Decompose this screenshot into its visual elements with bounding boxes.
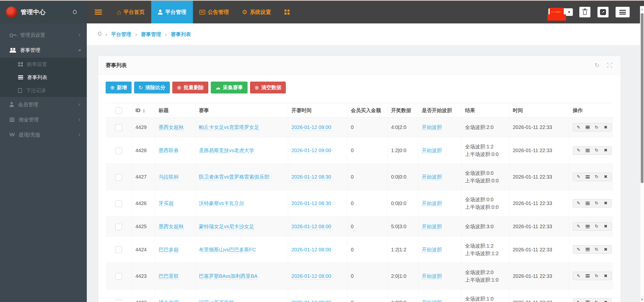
- title-link[interactable]: 球会友谊: [159, 300, 179, 302]
- hamburger-menu-icon[interactable]: [95, 10, 102, 15]
- start-time-link[interactable]: 2026-01-12 09:00: [292, 148, 331, 154]
- row-checkbox[interactable]: [115, 200, 122, 207]
- server-button[interactable]: [616, 7, 630, 17]
- droplet-icon[interactable]: [72, 9, 77, 15]
- row-refresh-icon[interactable]: ↻: [592, 298, 601, 302]
- sort-icon[interactable]: ▲▼: [143, 109, 145, 113]
- sidebar-item-event-manage[interactable]: 赛事管理 ‹: [0, 43, 87, 58]
- start-time-link[interactable]: 2026-01-12 08:00: [292, 224, 331, 230]
- start-time-link[interactable]: 2026-01-12 09:00: [292, 124, 331, 131]
- refresh-icon[interactable]: ↻: [594, 62, 599, 69]
- col-id-label[interactable]: ID: [136, 108, 141, 113]
- detail-list-icon[interactable]: [583, 298, 592, 302]
- sidebar-item-odds-settings[interactable]: 赔率设置: [0, 58, 87, 71]
- title-link[interactable]: 乌拉联杯: [159, 174, 179, 180]
- start-bodan-link[interactable]: 开始波胆: [422, 200, 442, 207]
- detail-list-icon[interactable]: [583, 147, 592, 154]
- title-link[interactable]: 墨西女超秋: [159, 124, 184, 131]
- edit-icon[interactable]: ✎: [574, 147, 583, 154]
- select-all-checkbox[interactable]: [115, 107, 122, 114]
- row-refresh-icon[interactable]: ↻: [592, 246, 601, 253]
- add-button[interactable]: ⊕ 新增: [106, 82, 132, 93]
- row-checkbox[interactable]: [115, 124, 122, 131]
- row-checkbox[interactable]: [115, 273, 122, 280]
- scrollbar-up-arrow[interactable]: ▲: [640, 8, 644, 11]
- edit-icon[interactable]: ✎: [574, 123, 583, 131]
- delete-icon[interactable]: ✖: [601, 298, 610, 302]
- trash-button[interactable]: [579, 7, 590, 17]
- title-link[interactable]: 牙买超: [159, 200, 174, 207]
- row-refresh-icon[interactable]: ↻: [592, 199, 601, 207]
- breadcrumb-link-event-manage[interactable]: 赛事管理: [141, 31, 161, 38]
- start-bodan-link[interactable]: 开始波胆: [422, 124, 442, 131]
- nav-platform-manage[interactable]: 平台管理: [151, 1, 193, 23]
- start-bodan-link[interactable]: 开始波胆: [422, 148, 442, 154]
- nav-announcement-manage[interactable]: 公告管理: [193, 1, 235, 23]
- batch-delete-button[interactable]: ⊗ 批量删除: [172, 82, 208, 93]
- match-link[interactable]: 防卫者体育vs普罗格雷索俱乐部: [199, 174, 269, 180]
- delete-icon[interactable]: ✖: [601, 173, 610, 181]
- delete-icon[interactable]: ✖: [601, 147, 610, 154]
- row-checkbox[interactable]: [115, 148, 122, 154]
- detail-list-icon[interactable]: [583, 199, 592, 207]
- edit-icon[interactable]: ✎: [574, 246, 583, 253]
- match-link[interactable]: 沃特豪斯vs卡瓦立尔: [199, 200, 244, 207]
- scrollbar-thumb[interactable]: [641, 13, 643, 183]
- start-bodan-link[interactable]: 开始波胆: [422, 300, 442, 302]
- external-link-button[interactable]: ↗: [597, 7, 609, 17]
- detail-list-icon[interactable]: [583, 272, 592, 280]
- edit-icon[interactable]: ✎: [574, 298, 583, 302]
- sidebar-item-admin-settings[interactable]: 管理员设置 ‹: [0, 27, 87, 43]
- grid-apps-icon[interactable]: [285, 10, 290, 15]
- clear-score-button[interactable]: ↻ 清除比分: [134, 82, 170, 93]
- clear-data-button[interactable]: ⊗ 清空数据: [250, 82, 286, 93]
- sidebar-item-member-manage[interactable]: 会员管理 ‹: [0, 97, 87, 112]
- row-refresh-icon[interactable]: ↻: [592, 123, 601, 131]
- detail-list-icon[interactable]: [583, 123, 592, 131]
- match-link[interactable]: 圣路易斯竞技vs老虎大学: [199, 148, 254, 154]
- breadcrumb-link-platform[interactable]: 平台管理: [111, 31, 131, 38]
- title-link[interactable]: 巴巴亚联: [159, 273, 179, 280]
- match-link[interactable]: 河床vs百万富翁: [199, 300, 234, 302]
- match-link[interactable]: 布里顿斯山vs巴巴多斯FC: [199, 247, 256, 253]
- row-checkbox[interactable]: [115, 299, 122, 302]
- delete-icon[interactable]: ✖: [601, 123, 610, 131]
- row-checkbox[interactable]: [115, 174, 122, 181]
- sidebar-item-bet-records[interactable]: 下注记录: [0, 84, 87, 97]
- start-bodan-link[interactable]: 开始波胆: [422, 174, 442, 180]
- row-refresh-icon[interactable]: ↻: [592, 223, 601, 230]
- row-checkbox[interactable]: [115, 247, 122, 253]
- nav-platform-home[interactable]: ⌂ 平台首页: [110, 1, 151, 23]
- match-link[interactable]: 蒙特瑞女足vs尼卡沙女足: [199, 224, 254, 230]
- sidebar-item-commission-manage[interactable]: 佣金管理 ‹: [0, 112, 87, 127]
- row-refresh-icon[interactable]: ↻: [592, 173, 601, 181]
- start-time-link[interactable]: 2026-01-12 08:30: [292, 200, 331, 207]
- title-link[interactable]: 墨西女超秋: [159, 224, 184, 230]
- fullscreen-icon[interactable]: ↖↗ ↙↘: [607, 62, 613, 68]
- row-refresh-icon[interactable]: ↻: [592, 147, 601, 154]
- start-bodan-link[interactable]: 开始波胆: [422, 273, 442, 280]
- edit-icon[interactable]: ✎: [574, 223, 583, 230]
- start-bodan-link[interactable]: 开始波胆: [422, 224, 442, 230]
- start-bodan-link[interactable]: 开始波胆: [422, 247, 442, 253]
- start-time-link[interactable]: 2026-01-12 08:00: [292, 247, 331, 253]
- title-link[interactable]: 墨西联春: [159, 148, 179, 154]
- user-dropdown-button[interactable]: ▼: [548, 8, 573, 16]
- match-link[interactable]: 帕丘卡女足vs克雷塔罗女足: [199, 124, 259, 131]
- breadcrumb-link-event-list[interactable]: 赛事列表: [171, 31, 191, 38]
- row-checkbox[interactable]: [115, 224, 122, 230]
- edit-icon[interactable]: ✎: [574, 173, 583, 181]
- scrollbar-down-arrow[interactable]: ▼: [640, 298, 644, 301]
- sidebar-item-withdraw-deposit[interactable]: ₩ 提现/充值 ‹: [0, 127, 87, 142]
- delete-icon[interactable]: ✖: [601, 199, 610, 207]
- start-time-link[interactable]: 2026-01-12 08:30: [292, 174, 331, 180]
- edit-icon[interactable]: ✎: [574, 199, 583, 207]
- delete-icon[interactable]: ✖: [601, 246, 610, 253]
- delete-icon[interactable]: ✖: [601, 272, 610, 280]
- detail-list-icon[interactable]: [583, 173, 592, 181]
- title-link[interactable]: 巴巴多超: [159, 247, 179, 253]
- edit-icon[interactable]: ✎: [574, 272, 583, 280]
- delete-icon[interactable]: ✖: [601, 223, 610, 230]
- start-time-link[interactable]: 2026-01-12 08:00: [292, 300, 331, 302]
- collect-events-button[interactable]: ☁ 采集赛事: [211, 82, 248, 93]
